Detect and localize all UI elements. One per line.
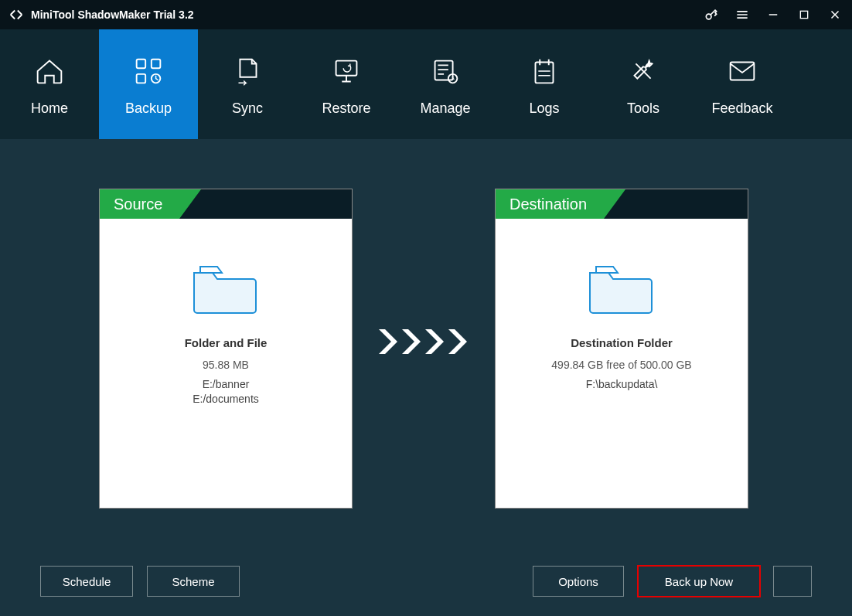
- sync-icon: [229, 53, 266, 90]
- nav-label: Backup: [125, 100, 172, 117]
- svg-rect-7: [435, 60, 453, 80]
- backup-now-button[interactable]: Back up Now: [638, 566, 760, 597]
- minimize-button[interactable]: [764, 5, 782, 24]
- app-logo-icon: [8, 6, 25, 23]
- restore-icon: [328, 53, 365, 90]
- source-title: Folder and File: [100, 336, 352, 349]
- destination-title: Destination Folder: [496, 336, 748, 349]
- destination-panel[interactable]: Destination Destination Folder 499.84 GB…: [495, 189, 748, 509]
- destination-size: 499.84 GB free of 500.00 GB: [496, 359, 748, 371]
- nav-tools[interactable]: Tools: [594, 29, 693, 139]
- destination-header: Destination: [496, 189, 748, 219]
- source-panel[interactable]: Source Folder and File 95.88 MB E:/banne…: [99, 189, 353, 509]
- nav-label: Home: [31, 100, 68, 117]
- backup-now-dropdown[interactable]: [773, 566, 812, 597]
- close-button[interactable]: [826, 5, 844, 24]
- schedule-button[interactable]: Schedule: [40, 566, 133, 597]
- nav-sync[interactable]: Sync: [198, 29, 297, 139]
- destination-tab-label: Destination: [496, 189, 604, 219]
- titlebar: MiniTool ShadowMaker Trial 3.2: [0, 0, 852, 29]
- nav-label: Sync: [232, 100, 263, 117]
- home-icon: [31, 53, 68, 90]
- svg-rect-6: [336, 60, 357, 75]
- manage-icon: [427, 53, 464, 90]
- source-tab-label: Source: [100, 189, 179, 219]
- nav-label: Manage: [420, 100, 470, 117]
- svg-rect-4: [137, 73, 146, 82]
- tools-icon: [625, 53, 662, 90]
- main-area: Source Folder and File 95.88 MB E:/banne…: [0, 139, 852, 546]
- logs-icon: [526, 53, 563, 90]
- nav-label: Tools: [627, 100, 659, 117]
- options-button[interactable]: Options: [533, 566, 624, 597]
- nav-label: Logs: [529, 100, 559, 117]
- nav-logs[interactable]: Logs: [495, 29, 594, 139]
- folder-icon: [189, 259, 262, 318]
- svg-rect-9: [536, 62, 554, 83]
- nav-label: Feedback: [711, 100, 772, 117]
- app-title: MiniTool ShadowMaker Trial 3.2: [31, 9, 194, 21]
- backup-now-group: Back up Now: [638, 566, 760, 597]
- svg-rect-2: [137, 59, 146, 68]
- svg-rect-1: [800, 11, 807, 18]
- source-header: Source: [100, 189, 352, 219]
- nav-feedback[interactable]: Feedback: [693, 29, 792, 139]
- source-path-1: E:/banner: [100, 377, 352, 392]
- svg-rect-3: [152, 59, 161, 68]
- arrow-chevrons-icon: [379, 326, 469, 357]
- key-icon[interactable]: [702, 5, 721, 24]
- svg-rect-10: [731, 62, 755, 80]
- maximize-button[interactable]: [795, 5, 813, 24]
- destination-path: F:\backupdata\: [496, 377, 748, 392]
- folder-icon: [585, 259, 658, 318]
- footer: Schedule Scheme Options Back up Now: [0, 546, 852, 616]
- feedback-icon: [724, 53, 761, 90]
- nav-home[interactable]: Home: [0, 29, 99, 139]
- svg-point-0: [706, 14, 711, 19]
- nav-backup[interactable]: Backup: [99, 29, 198, 139]
- source-path-2: E:/documents: [100, 392, 352, 407]
- source-size: 95.88 MB: [100, 359, 352, 371]
- menu-icon[interactable]: [733, 5, 751, 24]
- scheme-button[interactable]: Scheme: [147, 566, 240, 597]
- navbar: Home Backup Sync Restore Manage Logs T: [0, 29, 852, 139]
- nav-manage[interactable]: Manage: [396, 29, 495, 139]
- nav-label: Restore: [322, 100, 370, 117]
- nav-restore[interactable]: Restore: [297, 29, 396, 139]
- backup-icon: [130, 53, 167, 90]
